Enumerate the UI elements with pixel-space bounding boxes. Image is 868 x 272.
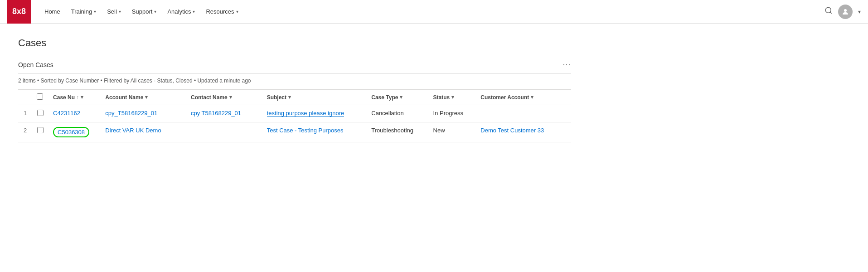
case-num-link[interactable]: C4231162 <box>53 110 80 117</box>
filter-icon[interactable]: ▾ <box>531 94 533 100</box>
list-header: Open Cases ⋮ <box>18 56 571 74</box>
col-header-row-num <box>18 90 32 105</box>
table-row: 2C5036308Direct VAR UK DemoTest Case - T… <box>18 122 571 142</box>
svg-line-1 <box>830 12 831 13</box>
row-number: 1 <box>18 105 32 122</box>
cell-status: In Progress <box>429 105 476 122</box>
col-header-account-name[interactable]: Account Name ▾ <box>101 90 186 105</box>
row-checkbox-cell <box>32 122 48 142</box>
nav-sell[interactable]: Sell ▾ <box>102 5 126 18</box>
contact-name-link[interactable]: cpy T58168229_01 <box>191 110 241 117</box>
search-icon[interactable] <box>824 6 833 17</box>
cell-customer-account <box>476 105 571 122</box>
subject-link[interactable]: Test Case - Testing Purposes <box>267 127 344 134</box>
filter-icon[interactable]: ▾ <box>81 94 83 100</box>
nav-support[interactable]: Support ▾ <box>127 5 161 18</box>
svg-point-0 <box>825 7 831 13</box>
chevron-down-icon: ▾ <box>119 9 121 14</box>
col-header-case-num[interactable]: Case Nu ↑ ▾ <box>48 90 101 105</box>
nav-items: Home Training ▾ Sell ▾ Support ▾ Analyti… <box>40 5 824 18</box>
account-name-link[interactable]: cpy_T58168229_01 <box>105 110 157 117</box>
avatar[interactable] <box>838 5 853 19</box>
logo: 8x8 <box>7 0 31 24</box>
app-switcher-icon[interactable]: ▾ <box>858 9 861 15</box>
list-meta: 2 items • Sorted by Case Number • Filter… <box>18 78 571 84</box>
col-header-checkbox <box>32 90 48 105</box>
cell-case-num: C4231162 <box>48 105 101 122</box>
nav-resources[interactable]: Resources ▾ <box>201 5 242 18</box>
col-header-contact-name[interactable]: Contact Name ▾ <box>186 90 262 105</box>
page-title: Cases <box>18 37 571 49</box>
row-checkbox[interactable] <box>37 110 44 116</box>
top-navigation: 8x8 Home Training ▾ Sell ▾ Support ▾ Ana… <box>0 0 868 24</box>
col-header-subject[interactable]: Subject ▾ <box>262 90 367 105</box>
account-name-link[interactable]: Direct VAR UK Demo <box>105 127 161 134</box>
chevron-down-icon: ▾ <box>94 9 96 14</box>
cell-case-num: C5036308 <box>48 122 101 142</box>
cases-table: Case Nu ↑ ▾ Account Name ▾ Contact Name … <box>18 89 571 142</box>
cell-account-name: cpy_T58168229_01 <box>101 105 186 122</box>
cell-case-type: Cancellation <box>367 105 428 122</box>
nav-right: ▾ <box>824 5 861 19</box>
cell-subject: testing purpose please ignore <box>262 105 367 122</box>
table-row: 1C4231162cpy_T58168229_01cpy T58168229_0… <box>18 105 571 122</box>
svg-point-2 <box>844 9 847 12</box>
cell-customer-account: Demo Test Customer 33 <box>476 122 571 142</box>
nav-training[interactable]: Training ▾ <box>67 5 101 18</box>
main-content: Cases Open Cases ⋮ 2 items • Sorted by C… <box>0 24 589 156</box>
sort-asc-icon[interactable]: ↑ <box>77 95 79 100</box>
row-checkbox[interactable] <box>37 127 44 133</box>
col-header-case-type[interactable]: Case Type ▾ <box>367 90 428 105</box>
col-header-status[interactable]: Status ▾ <box>429 90 476 105</box>
chevron-down-icon: ▾ <box>236 9 238 14</box>
kebab-menu-icon[interactable]: ⋮ <box>562 61 572 69</box>
cell-contact-name <box>186 122 262 142</box>
nav-home[interactable]: Home <box>40 5 65 18</box>
filter-icon[interactable]: ▾ <box>145 94 148 100</box>
row-number: 2 <box>18 122 32 142</box>
subject-link[interactable]: testing purpose please ignore <box>267 110 344 117</box>
cell-status: New <box>429 122 476 142</box>
select-all-checkbox[interactable] <box>37 93 43 100</box>
filter-icon[interactable]: ▾ <box>288 94 291 100</box>
cell-case-type: Troubleshooting <box>367 122 428 142</box>
list-name: Open Cases <box>18 61 53 68</box>
col-header-customer-account[interactable]: Customer Account ▾ <box>476 90 571 105</box>
case-num-link-circled[interactable]: C5036308 <box>53 127 89 137</box>
row-checkbox-cell <box>32 105 48 122</box>
customer-account-link[interactable]: Demo Test Customer 33 <box>480 127 544 134</box>
filter-icon[interactable]: ▾ <box>400 94 402 100</box>
nav-analytics[interactable]: Analytics ▾ <box>163 5 199 18</box>
cell-subject: Test Case - Testing Purposes <box>262 122 367 142</box>
filter-icon[interactable]: ▾ <box>229 94 232 100</box>
filter-icon[interactable]: ▾ <box>451 94 454 100</box>
cell-account-name: Direct VAR UK Demo <box>101 122 186 142</box>
chevron-down-icon: ▾ <box>154 9 156 14</box>
cell-contact-name: cpy T58168229_01 <box>186 105 262 122</box>
chevron-down-icon: ▾ <box>193 9 195 14</box>
